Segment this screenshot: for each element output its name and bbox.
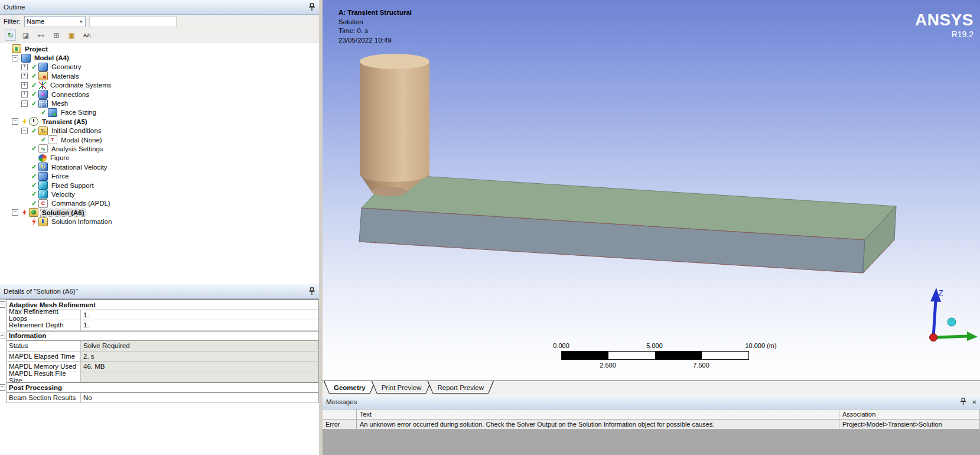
details-gutter	[0, 341, 6, 352]
tree-item-label: Force	[50, 173, 70, 180]
tree-item-label: Modal (None)	[60, 136, 103, 144]
expander-minus-icon[interactable]: −	[21, 100, 28, 107]
status-check-icon: ✓	[30, 63, 38, 71]
force-icon: →	[38, 172, 48, 181]
status-check-icon: ✓	[30, 181, 38, 189]
expander-minus-icon[interactable]: −	[0, 384, 5, 391]
tree-item-label: Materials	[50, 73, 80, 80]
cylinder-body[interactable]	[360, 61, 429, 182]
solution-information-icon	[38, 217, 48, 226]
graphics-viewport[interactable]: Z A: Transient Structural Solution Time:…	[323, 0, 980, 381]
details-row-mapdl-elapsed-time: MAPDL Elapsed Time2. s	[0, 352, 319, 362]
tree-item-analysis-settings[interactable]: ✓∿Analysis Settings	[0, 144, 319, 153]
filter-mode-dropdown[interactable]: Name ▼	[24, 16, 86, 27]
analysis-settings-icon: ∿	[38, 144, 48, 153]
outline-title: Outline	[4, 4, 308, 11]
tree-item-solution-information[interactable]: Solution Information	[0, 217, 319, 226]
message-severity: Error	[323, 420, 357, 430]
expander-minus-icon[interactable]: −	[12, 55, 18, 61]
tab-print-preview[interactable]: Print Preview	[372, 381, 432, 394]
details-value	[81, 372, 319, 383]
tree-item-materials[interactable]: +✓Materials	[0, 72, 319, 80]
connections-icon	[38, 90, 48, 99]
bolt-yellow-icon	[22, 118, 27, 125]
details-label: MAPDL Result File Size	[6, 372, 81, 383]
ansys-mechanical-window: Outline Filter: Name ▼ ↻◪⊷⊞▣AZ↓ Project−…	[0, 0, 980, 455]
tab-label: Print Preview	[382, 384, 422, 391]
message-row-error[interactable]: ErrorAn unknown error occurred during so…	[323, 420, 980, 430]
status-check-icon: ✓	[30, 145, 38, 152]
cylinder-tip-bottom[interactable]	[372, 187, 407, 196]
tree-item-figure[interactable]: Figure	[0, 154, 319, 162]
expander-minus-icon[interactable]: −	[12, 209, 18, 216]
sort-az-icon[interactable]: AZ↓	[82, 30, 93, 41]
tree-item-initial-conditions[interactable]: −✓T₀Initial Conditions	[0, 126, 319, 135]
expander-plus-icon[interactable]: +	[21, 73, 28, 79]
status-check-icon: ✓	[30, 200, 38, 207]
tree-item-transient-a5[interactable]: −Transient (A5)	[0, 117, 319, 126]
ruler-label-0: 0.000	[553, 342, 569, 349]
outline-toolbar: ↻◪⊷⊞▣AZ↓	[0, 28, 319, 43]
expander-minus-icon[interactable]: −	[21, 128, 28, 134]
refresh-icon[interactable]: ↻	[5, 30, 16, 41]
tree-item-modal-none[interactable]: ✓TModal (None)	[0, 135, 319, 144]
tree-item-geometry[interactable]: +✓Geometry	[0, 63, 319, 72]
pin-icon[interactable]	[960, 398, 967, 406]
tree-item-fixed-support[interactable]: ✓Fixed Support	[0, 181, 319, 190]
tree-item-label: Solution (A6)	[41, 209, 86, 216]
clear-filter-icon[interactable]: ◪	[20, 30, 31, 41]
tree-item-label: Commands (APDL)	[50, 200, 112, 207]
tree-item-commands-apdl[interactable]: ✓CCommands (APDL)	[0, 199, 319, 208]
pin-icon[interactable]	[308, 3, 315, 11]
tree-item-face-sizing[interactable]: ✓Face Sizing	[0, 108, 319, 117]
details-value[interactable]: No	[81, 393, 319, 404]
node-filter-icon[interactable]: ⊷	[35, 30, 47, 41]
expander-minus-icon[interactable]: −	[0, 301, 5, 308]
tree-item-label: Rotational Velocity	[50, 164, 109, 171]
tree-item-coordinate-systems[interactable]: +✓Coordinate Systems	[0, 81, 319, 90]
tree-item-rotational-velocity[interactable]: ✓↻Rotational Velocity	[0, 162, 319, 171]
close-icon[interactable]: ×	[972, 398, 976, 406]
tree-item-label: Geometry	[50, 63, 83, 70]
tree-item-connections[interactable]: +✓Connections	[0, 90, 319, 99]
details-section-post-processing: −Post Processing	[0, 382, 319, 393]
expand-all-icon[interactable]: ⊞	[51, 30, 62, 41]
tab-report-preview[interactable]: Report Preview	[427, 381, 494, 394]
expander-minus-icon[interactable]: −	[0, 333, 5, 339]
filter-search-input[interactable]	[89, 16, 177, 27]
bolt-red-icon	[22, 209, 27, 216]
tree-item-velocity[interactable]: ✓/Velocity	[0, 190, 319, 199]
details-gutter: −	[0, 300, 6, 310]
status-check-icon: ✓	[30, 163, 38, 171]
tree-item-mesh[interactable]: −✓Mesh	[0, 99, 319, 108]
pin-icon[interactable]	[308, 287, 315, 295]
messages-col-severity	[323, 410, 357, 420]
details-value[interactable]: 1.	[81, 310, 319, 321]
messages-col-text: Text	[357, 410, 839, 420]
expander-plus-icon[interactable]: +	[21, 64, 28, 70]
tree-item-label: Transient (A5)	[41, 118, 89, 125]
go-to-folder-icon[interactable]: ▣	[66, 30, 77, 41]
ruler-label-7-5: 7.500	[693, 362, 709, 369]
details-row-refinement-depth: Refinement Depth1.	[0, 320, 319, 331]
cylinder-top-face[interactable]	[360, 54, 429, 69]
expander-plus-icon[interactable]: +	[21, 82, 28, 89]
tab-geometry[interactable]: Geometry	[324, 381, 376, 394]
coordinate-systems-icon	[38, 82, 47, 89]
commands-icon: C	[38, 199, 48, 208]
triad[interactable]: Z	[930, 288, 978, 342]
details-title: Details of "Solution (A6)"	[4, 288, 308, 295]
expander-plus-icon[interactable]: +	[21, 91, 28, 98]
tree-item-label: Initial Conditions	[50, 127, 102, 134]
tree-item-force[interactable]: ✓→Force	[0, 171, 319, 180]
details-titlebar: Details of "Solution (A6)"	[0, 284, 319, 299]
tree-item-solution-a6[interactable]: −Solution (A6)	[0, 208, 319, 217]
details-label: Max Refinement Loops	[6, 310, 81, 321]
message-text: An unknown error occurred during solutio…	[357, 420, 839, 430]
details-value: Solve Required	[81, 341, 319, 352]
details-value[interactable]: 1.	[81, 320, 319, 331]
tree-item-project[interactable]: Project	[0, 44, 319, 53]
expander-minus-icon[interactable]: −	[12, 118, 18, 125]
ruler-segment	[655, 352, 702, 359]
tree-item-model-a4[interactable]: −Model (A4)	[0, 53, 319, 62]
